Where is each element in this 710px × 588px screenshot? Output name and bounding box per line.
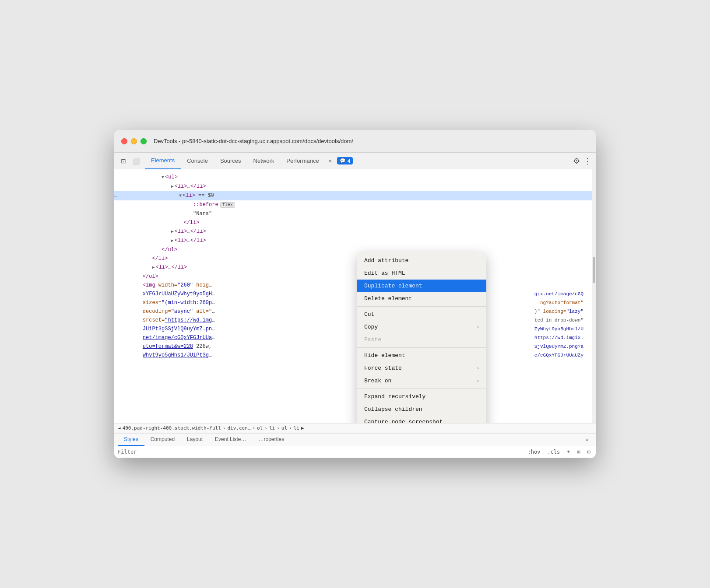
ctx-copy[interactable]: Copy › [357,321,486,333]
ctx-add-attribute[interactable]: Add attribute [357,254,486,267]
ctx-hide-element[interactable]: Hide element [357,349,486,362]
dom-line[interactable]: JUiPt3gSSjVlQ9uyYmZ.pn… ZyWhyt9yo5gHhs1/… [114,325,596,333]
breadcrumb-forward[interactable]: ▶ [301,425,304,431]
devtools-body: ▼<ul> ▶<li>…</li> … ▼<li> == $0 ::before… [114,169,596,458]
dom-line[interactable]: "Nana" [114,210,596,218]
dom-line[interactable]: xYFGJrUUaUZyWhyt9yo5gH… gix.net/image/cG… [114,290,596,298]
dom-line[interactable]: Whyt9yo5gHhs1/JUiPt3g… e/cGQxYFGJrUUaUZy [114,351,596,360]
new-style-icon[interactable]: ⊞ [576,448,582,456]
tab-layout[interactable]: Layout [181,434,209,446]
ctx-separator-1 [357,306,486,307]
hov-button[interactable]: :hov [526,448,542,456]
ctx-expand-recursively[interactable]: Expand recursively [357,390,486,403]
window-title: DevTools - pr-5840-static-dot-dcc-stagin… [154,138,353,144]
dom-line[interactable]: uto=format&w=228 228w, SjVlQ9uyYmZ.png?a [114,342,596,351]
dom-line[interactable]: ::beforeflex [114,200,596,210]
breadcrumb: ◄ 400.pad-right-400.stack.width-full › d… [114,423,596,433]
bottom-tabs: Styles Computed Layout Event Liste… …rop… [114,434,596,446]
tab-event-listeners[interactable]: Event Liste… [209,434,252,446]
filter-input[interactable] [118,449,522,455]
more-bottom-tabs[interactable]: » [582,434,592,446]
filter-actions: :hov .cls + ⊞ ⊡ [526,448,592,456]
breadcrumb-item-ol[interactable]: ol [257,425,263,431]
ctx-cut[interactable]: Cut [357,308,486,321]
device-icon[interactable]: ⬜ [131,156,141,166]
chat-badge[interactable]: 💬 4 [337,157,353,164]
dom-line[interactable]: ▶<li>…</li> [114,182,596,191]
tab-icons: ⊡ ⬜ [119,156,141,166]
tab-settings-area: ⚙ ⋮ [573,156,591,166]
dom-line-selected[interactable]: … ▼<li> == $0 [114,191,596,200]
scrollbar-thumb[interactable] [593,257,595,283]
ctx-edit-html[interactable]: Edit as HTML [357,267,486,280]
dom-line[interactable]: </li> [114,218,596,227]
dom-line[interactable]: srcset="https://wd.img… ted in drop-down… [114,316,596,325]
ctx-duplicate-element[interactable]: Duplicate element [357,280,486,292]
ctx-separator-2 [357,347,486,348]
ctx-delete-element[interactable]: Delete element [357,292,486,305]
dom-line[interactable]: net/image/cGQxYFGJrUUa… https://wd.imgix… [114,333,596,342]
force-state-arrow-icon: › [476,366,479,371]
inspect-icon[interactable]: ⊡ [119,156,128,166]
tab-network[interactable]: Network [247,153,281,169]
more-icon[interactable]: ⋮ [583,156,591,166]
cls-button[interactable]: .cls [545,448,562,456]
dom-line[interactable]: decoding="async" alt="… )" loading="lazy… [114,307,596,316]
breadcrumb-item[interactable]: div.cen… [227,425,250,431]
dom-line[interactable]: </ul> [114,245,596,254]
breadcrumb-item[interactable]: 400.pad-right-400.stack.width-full [123,425,221,431]
copy-arrow-icon: › [476,325,479,330]
tab-console[interactable]: Console [181,153,214,169]
ctx-break-on[interactable]: Break on › [357,374,486,387]
add-rule-button[interactable]: + [565,448,572,456]
breadcrumb-item-ul[interactable]: ul [281,425,287,431]
devtools-tabs: ⊡ ⬜ Elements Console Sources Network Per… [114,153,596,169]
dom-line[interactable]: <img width="260" heig… [114,281,596,290]
tab-sources[interactable]: Sources [214,153,247,169]
dom-line[interactable]: ▶<li>…</li> [114,227,596,236]
ctx-separator-3 [357,388,486,389]
settings-icon[interactable]: ⚙ [573,156,580,166]
dom-line[interactable]: ▶<li>…</li> [114,263,596,272]
tab-styles[interactable]: Styles [118,434,144,446]
more-tabs-button[interactable]: » [325,158,335,164]
ctx-capture-screenshot[interactable]: Capture node screenshot [357,416,486,423]
breadcrumb-back[interactable]: ◄ [118,425,121,431]
context-menu: Add attribute Edit as HTML Duplicate ele… [357,252,486,423]
tab-elements[interactable]: Elements [145,153,181,169]
traffic-lights [121,138,147,144]
computed-icon[interactable]: ⊡ [586,448,592,456]
close-button[interactable] [121,138,127,144]
filter-bar: :hov .cls + ⊞ ⊡ [114,446,596,458]
ctx-collapse-children[interactable]: Collapse children [357,403,486,416]
break-on-arrow-icon: › [476,378,479,384]
titlebar: DevTools - pr-5840-static-dot-dcc-stagin… [114,130,596,153]
devtools-window: DevTools - pr-5840-static-dot-dcc-stagin… [114,130,596,458]
dom-line[interactable]: </ol> [114,272,596,281]
tab-properties[interactable]: …roperties [252,434,290,446]
ctx-force-state[interactable]: Force state › [357,362,486,374]
dom-line[interactable]: ▼<ul> [114,173,596,182]
minimize-button[interactable] [131,138,137,144]
dom-panel[interactable]: ▼<ul> ▶<li>…</li> … ▼<li> == $0 ::before… [114,169,596,423]
dom-line[interactable]: ▶<li>…</li> [114,236,596,245]
breadcrumb-item-li[interactable]: li [269,425,275,431]
bottom-panel: Styles Computed Layout Event Liste… …rop… [114,433,596,458]
maximize-button[interactable] [141,138,147,144]
scrollbar[interactable] [592,169,596,423]
ctx-paste[interactable]: Paste [357,333,486,346]
tab-computed[interactable]: Computed [144,434,181,446]
dom-line[interactable]: </li> [114,254,596,263]
breadcrumb-item-li2[interactable]: li [294,425,299,431]
tab-performance[interactable]: Performance [280,153,325,169]
dom-line[interactable]: sizes="(min-width:260p… ng?auto=format" [114,298,596,307]
